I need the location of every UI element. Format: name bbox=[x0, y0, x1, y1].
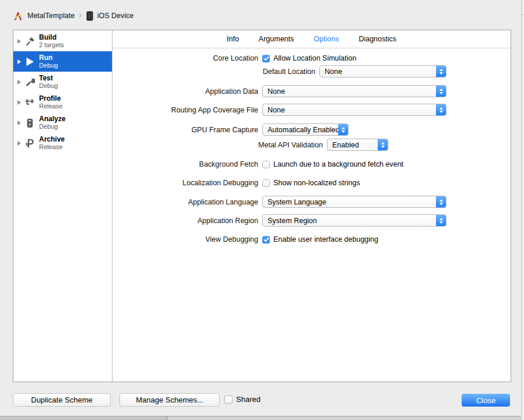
core-location-label: Core Location bbox=[112, 54, 258, 62]
tab-options[interactable]: Options bbox=[314, 35, 339, 43]
application-language-select[interactable]: System Language bbox=[262, 196, 446, 208]
sidebar-item-subtitle: Release bbox=[39, 103, 62, 110]
application-language-label: Application Language bbox=[112, 198, 258, 206]
view-debugging-checkbox-label: Enable user interface debugging bbox=[273, 235, 378, 243]
sidebar-item-subtitle: Debug bbox=[39, 82, 58, 90]
archive-icon bbox=[23, 137, 36, 150]
tab-diagnostics[interactable]: Diagnostics bbox=[358, 35, 396, 43]
sidebar-item-test[interactable]: Test Debug bbox=[13, 72, 112, 92]
localization-debugging-checkbox-label: Show non-localized strings bbox=[273, 179, 360, 187]
sidebar-item-subtitle: Release bbox=[39, 143, 65, 151]
metal-api-validation-value: Enabled bbox=[332, 141, 359, 149]
localization-debugging-checkbox[interactable] bbox=[262, 179, 270, 187]
destination-name[interactable]: iOS Device bbox=[97, 12, 134, 20]
routing-app-coverage-file-value: None bbox=[268, 106, 285, 114]
default-location-select[interactable]: None bbox=[319, 65, 446, 77]
gpu-frame-capture-value: Automatically Enabled bbox=[268, 126, 340, 134]
sidebar-item-title: Build bbox=[39, 33, 64, 41]
metal-api-validation-label: Metal API Validation bbox=[112, 141, 323, 149]
sidebar-item-analyze[interactable]: Analyze Debug bbox=[13, 112, 112, 133]
options-form: Core Location Allow Location Simulation … bbox=[112, 49, 511, 382]
breadcrumb-chevron-icon: › bbox=[79, 10, 82, 20]
ios-device-icon bbox=[86, 11, 93, 21]
sidebar-item-subtitle: Debug bbox=[39, 123, 65, 130]
stepper-icon bbox=[436, 215, 446, 226]
sidebar-item-title: Analyze bbox=[39, 115, 65, 123]
scheme-editor-panel: Build 2 targets Run Debug bbox=[13, 30, 511, 382]
disclosure-triangle-icon[interactable] bbox=[17, 100, 21, 105]
stepper-icon bbox=[436, 196, 446, 207]
background-fetch-checkbox-label: Launch due to a background fetch event bbox=[273, 160, 403, 168]
underlying-window-toolbar-line bbox=[522, 15, 524, 15]
sidebar-item-archive[interactable]: Archive Release bbox=[13, 133, 112, 153]
xcode-project-icon bbox=[13, 10, 23, 21]
application-language-value: System Language bbox=[268, 198, 326, 206]
hammer-icon bbox=[23, 35, 36, 48]
sidebar-item-subtitle: 2 targets bbox=[39, 41, 64, 49]
play-icon bbox=[23, 55, 36, 68]
stepper-icon bbox=[436, 66, 446, 77]
stepper-icon bbox=[378, 139, 388, 150]
sidebar-item-run[interactable]: Run Debug bbox=[13, 51, 112, 72]
stepper-icon bbox=[436, 104, 446, 115]
sidebar-item-title: Archive bbox=[39, 135, 65, 143]
sidebar-item-title: Test bbox=[39, 74, 58, 82]
stepper-icon bbox=[338, 124, 348, 135]
disclosure-triangle-icon[interactable] bbox=[17, 59, 21, 64]
gpu-frame-capture-label: GPU Frame Capture bbox=[112, 126, 258, 134]
shared-checkbox[interactable] bbox=[224, 396, 233, 404]
scheme-action-sidebar: Build 2 targets Run Debug bbox=[13, 30, 112, 382]
duplicate-scheme-button[interactable]: Duplicate Scheme bbox=[13, 393, 111, 407]
tab-arguments[interactable]: Arguments bbox=[259, 35, 294, 43]
application-region-value: System Region bbox=[268, 217, 317, 225]
allow-location-simulation-checkbox[interactable] bbox=[262, 55, 270, 62]
sidebar-item-title: Profile bbox=[39, 94, 62, 103]
background-fetch-label: Background Fetch bbox=[112, 160, 258, 168]
scheme-name[interactable]: MetalTemplate bbox=[27, 12, 75, 20]
application-data-label: Application Data bbox=[112, 87, 258, 96]
default-location-label: Default Location bbox=[112, 68, 315, 76]
sidebar-item-subtitle: Debug bbox=[39, 62, 58, 69]
gauge-icon bbox=[23, 96, 36, 109]
application-region-label: Application Region bbox=[112, 217, 258, 225]
tab-info[interactable]: Info bbox=[227, 35, 239, 43]
sidebar-item-title: Run bbox=[39, 54, 58, 62]
close-button[interactable]: Close bbox=[462, 394, 510, 407]
application-region-select[interactable]: System Region bbox=[262, 214, 446, 227]
shared-option: Shared bbox=[224, 395, 261, 404]
application-data-value: None bbox=[268, 87, 285, 96]
stepper-icon bbox=[436, 86, 446, 97]
scheme-breadcrumb: MetalTemplate › iOS Device bbox=[13, 10, 133, 22]
manage-schemes-button[interactable]: Manage Schemes... bbox=[119, 393, 220, 407]
background-fetch-checkbox[interactable] bbox=[262, 161, 270, 168]
underlying-window-right-strip bbox=[522, 0, 524, 420]
underlying-window-bottom-bar bbox=[0, 416, 524, 420]
options-pane: Info Arguments Options Diagnostics Core … bbox=[112, 30, 511, 382]
default-location-value: None bbox=[325, 68, 342, 76]
metal-api-validation-select[interactable]: Enabled bbox=[327, 139, 388, 151]
application-data-select[interactable]: None bbox=[262, 85, 446, 97]
routing-app-coverage-file-label: Routing App Coverage File bbox=[112, 106, 258, 114]
sidebar-item-profile[interactable]: Profile Release bbox=[13, 92, 112, 112]
analyze-icon bbox=[23, 117, 36, 129]
wrench-icon bbox=[23, 76, 36, 89]
tab-bar: Info Arguments Options Diagnostics bbox=[112, 30, 511, 48]
disclosure-triangle-icon[interactable] bbox=[17, 39, 21, 44]
localization-debugging-label: Localization Debugging bbox=[112, 179, 258, 187]
view-debugging-checkbox[interactable] bbox=[262, 236, 270, 243]
disclosure-triangle-icon[interactable] bbox=[17, 80, 21, 84]
allow-location-simulation-label: Allow Location Simulation bbox=[273, 54, 356, 62]
routing-app-coverage-file-select[interactable]: None bbox=[262, 104, 446, 116]
disclosure-triangle-icon[interactable] bbox=[17, 121, 21, 125]
view-debugging-label: View Debugging bbox=[112, 235, 258, 243]
disclosure-triangle-icon[interactable] bbox=[17, 141, 21, 146]
gpu-frame-capture-select[interactable]: Automatically Enabled bbox=[262, 123, 349, 136]
sidebar-item-build[interactable]: Build 2 targets bbox=[13, 31, 112, 51]
shared-label: Shared bbox=[236, 395, 261, 404]
